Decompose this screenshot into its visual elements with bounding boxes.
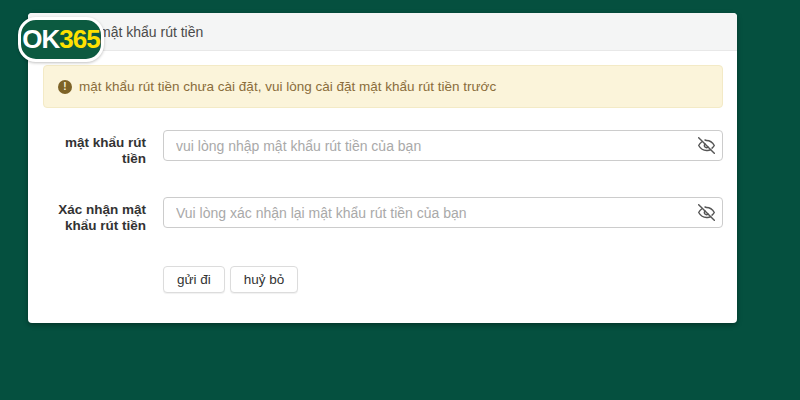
submit-button[interactable]: gửi đi <box>163 266 225 293</box>
alert-message: mật khẩu rút tiền chưa cài đặt, vui lòng… <box>79 79 496 94</box>
confirm-password-input[interactable] <box>163 197 723 228</box>
confirm-password-field-row: Xác nhận mật khẩu rút tiền <box>43 197 723 234</box>
withdrawal-password-card: mật khẩu rút tiền ! mật khẩu rút tiền ch… <box>28 13 737 323</box>
card-header: mật khẩu rút tiền <box>28 13 737 51</box>
password-input-wrap <box>163 130 723 161</box>
logo-text-365: 365 <box>59 24 99 55</box>
page-title: mật khẩu rút tiền <box>99 24 203 40</box>
password-input[interactable] <box>163 130 723 161</box>
eye-slash-icon[interactable] <box>697 137 715 155</box>
logo-text-ok: OK <box>22 24 59 55</box>
warning-alert: ! mật khẩu rút tiền chưa cài đặt, vui lò… <box>43 65 723 108</box>
confirm-password-label: Xác nhận mật khẩu rút tiền <box>43 197 146 234</box>
brand-logo: OK365 <box>18 17 104 62</box>
confirm-password-input-wrap <box>163 197 723 228</box>
eye-slash-icon[interactable] <box>697 204 715 222</box>
password-label: mật khẩu rút tiền <box>43 130 146 167</box>
exclamation-circle-icon: ! <box>58 80 72 94</box>
password-field-row: mật khẩu rút tiền <box>43 130 723 167</box>
cancel-button[interactable]: huỷ bỏ <box>230 266 299 293</box>
form-actions: gửi đi huỷ bỏ <box>163 266 298 293</box>
